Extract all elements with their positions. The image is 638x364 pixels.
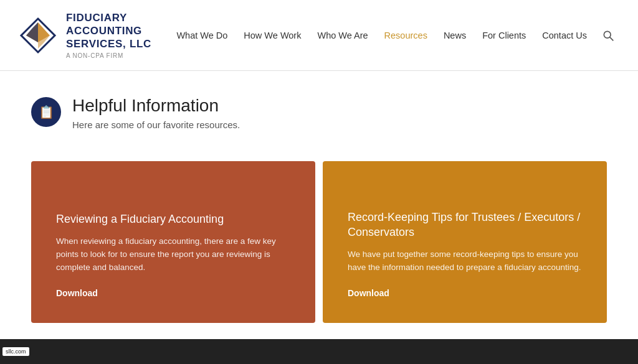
resource-card-2: Record-Keeping Tips for Trustees / Execu… <box>323 161 607 323</box>
page-header: 📋 Helpful Information Here are some of o… <box>31 96 607 130</box>
card-1-description: When reviewing a fiduciary accounting, t… <box>56 235 290 274</box>
page-header-text: Helpful Information Here are some of our… <box>72 96 240 130</box>
resources-grid: Reviewing a Fiduciary Accounting When re… <box>31 161 607 323</box>
card-1-title: Reviewing a Fiduciary Accounting <box>56 212 290 226</box>
nav-resources[interactable]: Resources <box>378 27 434 44</box>
logo[interactable]: FIDUCIARYACCOUNTINGSERVICES, LLC A Non-C… <box>19 11 156 60</box>
svg-line-5 <box>610 37 613 40</box>
search-icon <box>602 29 614 42</box>
document-icon: 📋 <box>39 105 54 119</box>
taskbar-url-badge: sllc.com <box>2 347 29 356</box>
search-button[interactable] <box>597 26 619 45</box>
logo-icon <box>19 16 57 55</box>
page-icon-circle: 📋 <box>31 97 61 127</box>
card-1-download[interactable]: Download <box>56 288 290 298</box>
nav-who-we-are[interactable]: Who We Are <box>311 27 374 44</box>
card-2-download[interactable]: Download <box>348 288 582 298</box>
page-title: Helpful Information <box>72 96 240 116</box>
card-2-description: We have put together some record-keeping… <box>348 248 582 274</box>
nav-how-we-work[interactable]: How We Work <box>237 27 307 44</box>
site-header: FIDUCIARYACCOUNTINGSERVICES, LLC A Non-C… <box>0 0 638 71</box>
main-nav: What We Do How We Work Who We Are Resour… <box>156 26 619 45</box>
taskbar: sllc.com <box>0 339 638 360</box>
logo-title: FIDUCIARYACCOUNTINGSERVICES, LLC <box>66 11 151 51</box>
page-subtitle: Here are some of our favorite resources. <box>72 119 240 130</box>
resource-card-1: Reviewing a Fiduciary Accounting When re… <box>31 161 315 323</box>
nav-news[interactable]: News <box>437 27 472 44</box>
nav-contact-us[interactable]: Contact Us <box>536 27 593 44</box>
logo-tagline: A Non-CPA Firm <box>66 52 151 59</box>
card-2-title: Record-Keeping Tips for Trustees / Execu… <box>348 210 582 240</box>
nav-what-we-do[interactable]: What We Do <box>170 27 234 44</box>
main-content: 📋 Helpful Information Here are some of o… <box>0 71 638 360</box>
svg-point-4 <box>604 31 611 38</box>
nav-for-clients[interactable]: For Clients <box>476 27 532 44</box>
